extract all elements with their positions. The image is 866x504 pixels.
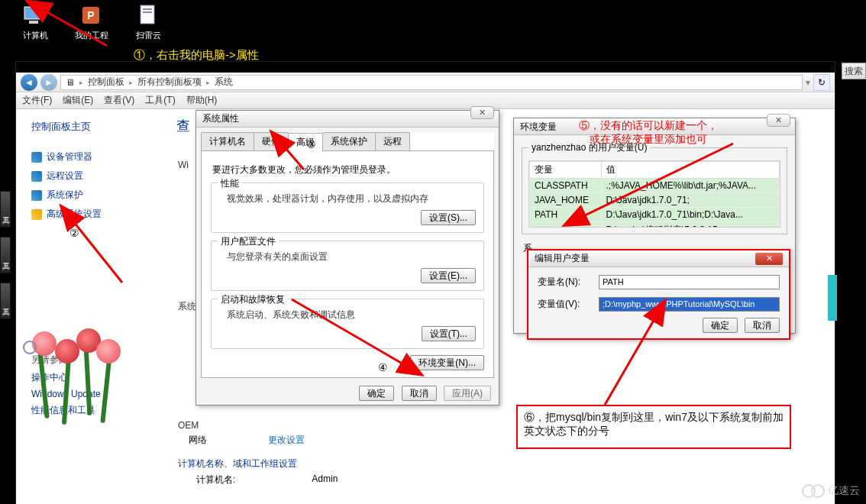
bc-2[interactable]: 所有控制面板项 bbox=[137, 76, 202, 89]
tab-protection[interactable]: 系统保护 bbox=[322, 132, 376, 150]
watermark: 亿速云 bbox=[802, 484, 860, 498]
group-performance: 性能 视觉效果，处理器计划，内存使用，以及虚拟内存 设置(S)... bbox=[211, 183, 484, 233]
bc-root[interactable]: 控制面板 bbox=[88, 76, 124, 89]
annotation-1: ①，右击我的电脑->属性 bbox=[134, 48, 259, 63]
back-button[interactable]: ◄ bbox=[21, 74, 37, 91]
svg-rect-6 bbox=[143, 11, 152, 13]
net-label: 网络 bbox=[189, 434, 207, 447]
close-button[interactable]: ✕ bbox=[767, 114, 790, 127]
tabstrip: 计算机名 硬件 高级 系统保护 远程 bbox=[201, 132, 494, 151]
annotation-6: ⑥，把mysql/bin复制到这里，win7及以下系统复制前加英文状态下的分号 bbox=[516, 405, 791, 449]
desktop-icon-3[interactable]: 扫雷云 bbox=[130, 4, 166, 41]
cancel-button[interactable]: 取消 bbox=[402, 386, 437, 401]
dialog-buttons: 确定 取消 应用(A) bbox=[196, 383, 499, 405]
ok-button[interactable]: 确定 bbox=[359, 386, 394, 401]
window-titlebar bbox=[16, 62, 835, 73]
link-perf-info[interactable]: 性能信息和工具 bbox=[31, 404, 160, 417]
user-vars-table[interactable]: 变量值 CLASSPATH.;%JAVA_HOME%\lib\dt.jar;%J… bbox=[529, 161, 780, 228]
var-value-input[interactable]: ;D:\myphp_www\PHPTutorial\MySQL\bin bbox=[599, 297, 780, 312]
sidebar: 控制面板主页 设备管理器 远程设置 系统保护 高级系统设置 ② 另请参阅 操作中… bbox=[16, 109, 169, 504]
perf-settings-button[interactable]: 设置(S)... bbox=[421, 210, 476, 225]
sidebar-item-protection[interactable]: 系统保护 bbox=[31, 189, 160, 202]
menu-help[interactable]: 帮助(H) bbox=[186, 94, 218, 107]
startup-settings-button[interactable]: 设置(T)... bbox=[422, 326, 476, 341]
menubar: 文件(F) 编辑(E) 查看(V) 工具(T) 帮助(H) bbox=[16, 92, 835, 109]
annotation-4: ④ bbox=[378, 361, 388, 373]
close-button[interactable]: ✕ bbox=[755, 253, 783, 265]
forward-button[interactable]: ► bbox=[40, 74, 57, 91]
apply-button[interactable]: 应用(A) bbox=[444, 386, 491, 401]
left-dock: 工具 工具 工具 bbox=[0, 191, 11, 328]
icon-label: 扫雷云 bbox=[136, 31, 161, 40]
svg-text:P: P bbox=[87, 9, 94, 21]
edit-title: 编辑用户变量 bbox=[535, 252, 590, 265]
close-button[interactable]: ✕ bbox=[470, 106, 494, 119]
shield-icon bbox=[31, 152, 42, 163]
bc-icon: 🖥 bbox=[66, 77, 75, 88]
computer-val: Admin bbox=[312, 473, 338, 486]
link-windows-update[interactable]: Windows Update bbox=[31, 389, 160, 399]
sidebar-item-remote[interactable]: 远程设置 bbox=[31, 170, 160, 183]
desktop-icon-2[interactable]: P 我的工程 bbox=[73, 4, 110, 41]
annotation-3: ③ bbox=[306, 138, 316, 150]
computer-label: 计算机名: bbox=[196, 473, 235, 486]
menu-edit[interactable]: 编辑(E) bbox=[63, 94, 93, 107]
table-row-selected[interactable]: PATHD:\Java\jdk1.7.0_71\bin;D:\Java... bbox=[530, 208, 780, 222]
edit-user-var-dialog: 编辑用户变量 ✕ 变量名(N): PATH 变量值(V): ;D:\myphp_… bbox=[527, 249, 790, 340]
side-stripe bbox=[828, 275, 837, 321]
tab-remote[interactable]: 远程 bbox=[375, 132, 410, 150]
user-vars-fieldset: yanzhenzhao 的用户变量(U) 变量值 CLASSPATH.;%JAV… bbox=[522, 141, 787, 234]
group-profiles: 用户配置文件 与您登录有关的桌面设置 设置(E)... bbox=[211, 241, 484, 291]
refresh-button[interactable]: ↻ bbox=[813, 74, 830, 91]
edit-ok-button[interactable]: 确定 bbox=[703, 318, 738, 333]
tab-computer-name[interactable]: 计算机名 bbox=[201, 132, 254, 150]
shield-icon bbox=[31, 190, 42, 201]
group-startup: 启动和故障恢复 系统启动、系统失败和调试信息 设置(T)... bbox=[211, 299, 484, 349]
dock-tab-2[interactable]: 工具 bbox=[0, 237, 11, 273]
var-value-label: 变量值(V): bbox=[538, 298, 591, 311]
tab-advanced[interactable]: 高级 bbox=[288, 133, 323, 151]
annotation-5: ⑤，没有的话可以新建一个， 或在系统变量里添加也可 bbox=[579, 118, 718, 146]
var-name-input[interactable]: PATH bbox=[599, 275, 780, 289]
bc-3[interactable]: 系统 bbox=[215, 76, 233, 89]
sidebar-item-device-manager[interactable]: 设备管理器 bbox=[31, 150, 160, 163]
sidebar-item-advanced[interactable]: 高级系统设置 bbox=[31, 208, 160, 221]
var-name-label: 变量名(N): bbox=[538, 276, 591, 289]
svg-rect-1 bbox=[29, 21, 38, 24]
env-vars-button[interactable]: 环境变量(N)... bbox=[410, 355, 484, 370]
desktop: 计算机 P 我的工程 扫雷云 bbox=[0, 0, 866, 46]
menu-tools[interactable]: 工具(T) bbox=[145, 94, 175, 107]
search-box[interactable]: 搜索 bbox=[842, 63, 866, 79]
table-row[interactable]: JAVA_HOMED:\Java\jdk1.7.0_71; bbox=[530, 193, 780, 208]
dock-tab-3[interactable]: 工具 bbox=[0, 283, 11, 319]
menu-view[interactable]: 查看(V) bbox=[104, 94, 134, 107]
svg-rect-0 bbox=[24, 7, 43, 19]
system-properties-dialog: ✕ 系统属性 计算机名 硬件 高级 系统保护 远程 要进行大多数更改，您必须作为… bbox=[195, 110, 499, 405]
nav-toolbar: ◄ ► 🖥 ▸ 控制面板 ▸ 所有控制面板项 ▸ 系统 ▾ ↻ bbox=[16, 73, 835, 92]
table-row[interactable]: SHPLAYERD:\souhu\搜狐影音\5.2.3.15 bbox=[530, 222, 780, 228]
menu-file[interactable]: 文件(F) bbox=[22, 94, 52, 107]
see-also-label: 另请参阅 bbox=[31, 354, 160, 367]
net-val[interactable]: 更改设置 bbox=[268, 434, 305, 447]
sidebar-home[interactable]: 控制面板主页 bbox=[31, 120, 160, 134]
admin-note: 要进行大多数更改，您必须作为管理员登录。 bbox=[212, 163, 484, 176]
section-computer: 计算机名称、域和工作组设置 bbox=[178, 457, 835, 470]
svg-rect-5 bbox=[143, 8, 152, 10]
svg-rect-4 bbox=[141, 5, 154, 24]
profile-settings-button[interactable]: 设置(E)... bbox=[421, 268, 476, 283]
table-row[interactable]: CLASSPATH.;%JAVA_HOME%\lib\dt.jar;%JAVA.… bbox=[530, 179, 780, 193]
edit-cancel-button[interactable]: 取消 bbox=[745, 318, 780, 333]
annotation-2: ② bbox=[69, 227, 160, 239]
tab-body-advanced: 要进行大多数更改，您必须作为管理员登录。 性能 视觉效果，处理器计划，内存使用，… bbox=[201, 151, 494, 378]
dialog-title: 系统属性 bbox=[196, 111, 499, 128]
shield-icon bbox=[31, 209, 42, 220]
shield-icon bbox=[31, 171, 42, 182]
icon-label: 计算机 bbox=[23, 31, 48, 40]
breadcrumb[interactable]: 🖥 ▸ 控制面板 ▸ 所有控制面板项 ▸ 系统 bbox=[60, 75, 803, 90]
desktop-icon-computer[interactable]: 计算机 bbox=[17, 4, 53, 41]
tab-hardware[interactable]: 硬件 bbox=[254, 132, 289, 150]
icon-label: 我的工程 bbox=[75, 31, 108, 40]
link-action-center[interactable]: 操作中心 bbox=[31, 371, 160, 384]
dock-tab-1[interactable]: 工具 bbox=[0, 191, 11, 228]
